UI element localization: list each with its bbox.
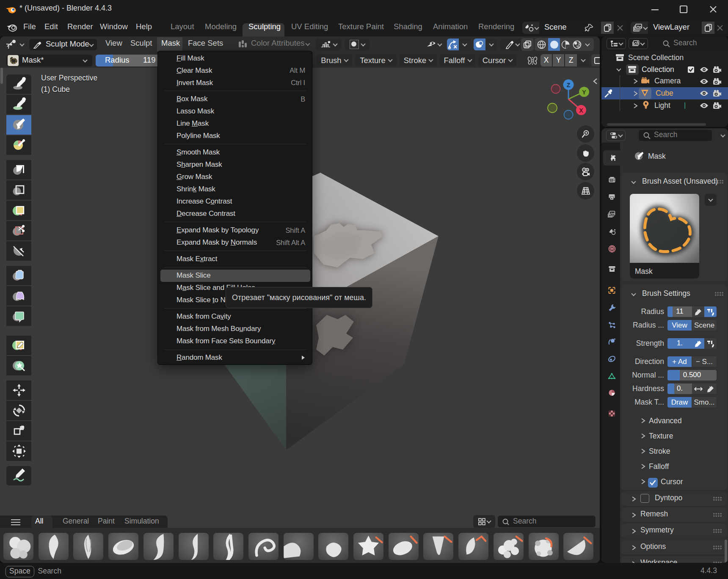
svg-text:Z: Z [567, 82, 571, 88]
svg-text:X: X [579, 107, 583, 114]
svg-text:Y: Y [582, 89, 586, 96]
